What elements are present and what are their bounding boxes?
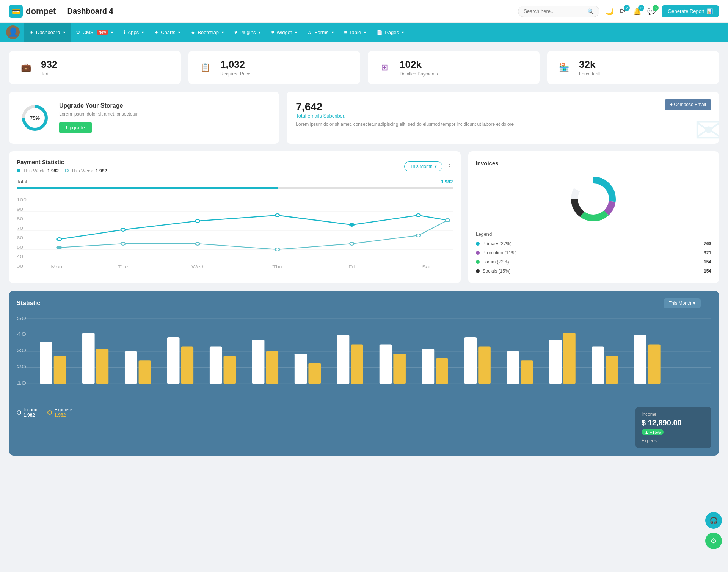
svg-rect-71	[436, 358, 448, 384]
nav-item-widget[interactable]: ♥ Widget ▾	[266, 23, 302, 42]
svg-rect-73	[478, 347, 491, 384]
legend-dot-2	[65, 169, 69, 172]
widget-nav-icon: ♥	[271, 30, 274, 35]
required-price-label: Required Price	[220, 71, 250, 77]
svg-text:Tue: Tue	[118, 265, 128, 269]
compose-email-button[interactable]: + Compose Email	[665, 99, 711, 110]
nav-item-cms[interactable]: ⚙ CMS New ▾	[71, 23, 118, 42]
chevron-down-icon: ▾	[142, 30, 144, 34]
svg-text:60: 60	[17, 235, 23, 240]
svg-rect-59	[181, 347, 194, 384]
nav-item-plugins[interactable]: ♥ Plugins ▾	[229, 23, 266, 42]
nav-item-pages[interactable]: 📄 Pages ▾	[371, 23, 409, 42]
upgrade-text: Upgrade Your Storage Lorem ipsum dolor s…	[59, 102, 139, 133]
svg-text:30: 30	[17, 348, 26, 353]
nav-item-forms[interactable]: 🖨 Forms ▾	[302, 23, 339, 42]
chat-icon[interactable]: 💬 5	[647, 7, 656, 16]
legend-label-2: This Week	[71, 168, 93, 174]
svg-point-21	[350, 223, 354, 226]
svg-rect-55	[96, 349, 109, 384]
svg-rect-64	[295, 354, 307, 384]
search-box[interactable]: 🔍	[518, 6, 599, 17]
upgrade-button[interactable]: Upgrade	[59, 122, 92, 133]
tariff-number: 932	[41, 59, 57, 71]
svg-rect-63	[266, 351, 278, 384]
chart-row: Payment Statistic This Week 1.982 This W…	[9, 151, 719, 283]
search-input[interactable]	[524, 8, 584, 14]
svg-text:40: 40	[17, 254, 23, 259]
upgrade-card: 75% Upgrade Your Storage Lorem ipsum dol…	[9, 92, 279, 144]
arrow-up-icon: ▲	[645, 430, 649, 434]
svg-text:30: 30	[17, 264, 23, 268]
svg-point-26	[195, 242, 199, 245]
promotion-dot	[476, 251, 480, 255]
legend-row-promotion: Promotion (11%) 321	[476, 248, 711, 257]
nav-item-apps[interactable]: ℹ Apps ▾	[118, 23, 149, 42]
upgrade-desc: Lorem ipsum dolor sit amet, onsectetur.	[59, 111, 139, 117]
expense-sub-title: Expense	[642, 438, 705, 443]
legend-row-primary: Primary (27%) 763	[476, 239, 711, 248]
svg-point-19	[195, 219, 199, 223]
this-month-filter-button[interactable]: This Month ▾	[404, 161, 442, 171]
middle-row: 75% Upgrade Your Storage Lorem ipsum dol…	[9, 92, 719, 144]
statistic-this-month-button[interactable]: This Month ▾	[664, 298, 701, 308]
total-label: Total	[17, 179, 27, 185]
logo-icon: 💳	[9, 5, 23, 18]
chart-options-button[interactable]: ⋮	[446, 162, 453, 171]
generate-report-label: Generate Report	[668, 8, 704, 14]
legend-label-1: This Week	[23, 168, 44, 174]
primary-label: Primary (27%)	[483, 241, 512, 246]
statistic-header: Statistic This Month ▾ ⋮	[17, 298, 711, 308]
svg-text:90: 90	[17, 207, 23, 212]
svg-rect-68	[380, 344, 392, 384]
income-change-val: +15%	[650, 430, 661, 434]
svg-point-24	[57, 246, 61, 249]
chevron-down-icon: ▾	[402, 30, 404, 34]
svg-point-17	[57, 238, 61, 241]
chevron-down-icon: ▾	[222, 30, 224, 34]
forms-nav-icon: 🖨	[308, 30, 312, 35]
chart-legend: This Week 1.982 This Week 1.982	[17, 168, 107, 174]
legend-val-2: 1.982	[96, 168, 107, 174]
statistic-options-button[interactable]: ⋮	[704, 299, 711, 307]
dark-mode-icon[interactable]: 🌙	[606, 7, 614, 16]
header-right: 🔍 🌙 🛍 2 🔔 12 💬 5 Generate Report 📊	[518, 5, 719, 17]
svg-point-25	[121, 242, 125, 245]
legend-item-1: This Week 1.982	[17, 168, 59, 174]
nav-label-table: Table	[349, 30, 361, 35]
generate-report-button[interactable]: Generate Report 📊	[662, 5, 719, 17]
primary-dot	[476, 242, 480, 246]
svg-rect-72	[464, 337, 477, 384]
upgrade-title: Upgrade Your Storage	[59, 102, 139, 109]
svg-rect-78	[592, 347, 604, 384]
chevron-down-icon: ▾	[435, 164, 437, 169]
forum-label: Forum (22%)	[483, 259, 509, 265]
statistic-title: Statistic	[17, 300, 40, 307]
svg-rect-80	[634, 335, 646, 384]
legend-val-1: 1.982	[47, 168, 59, 174]
nav-item-charts[interactable]: ✦ Charts ▾	[149, 23, 185, 42]
svg-text:40: 40	[17, 331, 26, 337]
nav-item-table[interactable]: ≡ Table ▾	[339, 23, 372, 42]
this-month-label: This Month	[410, 164, 432, 169]
stat-card-required-price: 📋 1,032 Required Price	[188, 51, 360, 84]
chart-header: Payment Statistic This Week 1.982 This W…	[17, 159, 453, 174]
statistic-bar-chart: 50 40 30 20 10	[17, 314, 711, 398]
svg-text:Fri: Fri	[348, 265, 355, 269]
svg-rect-53	[54, 356, 66, 384]
statistic-bottom: Income 1.982 Expense 1.982 Income $ 12,8…	[17, 407, 711, 448]
email-card: 7,642 Total emails Subcriber. Lorem ipsu…	[287, 92, 719, 144]
bell-icon[interactable]: 🔔 12	[633, 7, 641, 16]
force-tariff-number: 32k	[579, 59, 601, 71]
nav-item-bootstrap[interactable]: ★ Bootstrap ▾	[185, 23, 229, 42]
chevron-down-icon: ▾	[364, 30, 366, 34]
svg-rect-76	[549, 340, 562, 384]
svg-text:20: 20	[17, 364, 26, 370]
invoices-options-button[interactable]: ⋮	[704, 159, 711, 167]
cart-icon[interactable]: 🛍 2	[620, 7, 627, 15]
invoices-donut-chart	[476, 172, 711, 226]
nav-item-dashboard[interactable]: ⊞ Dashboard ▾	[24, 23, 71, 42]
chevron-down-icon: ▾	[111, 30, 113, 34]
svg-text:10: 10	[17, 380, 26, 386]
total-bar: Total 3.982	[17, 179, 453, 185]
